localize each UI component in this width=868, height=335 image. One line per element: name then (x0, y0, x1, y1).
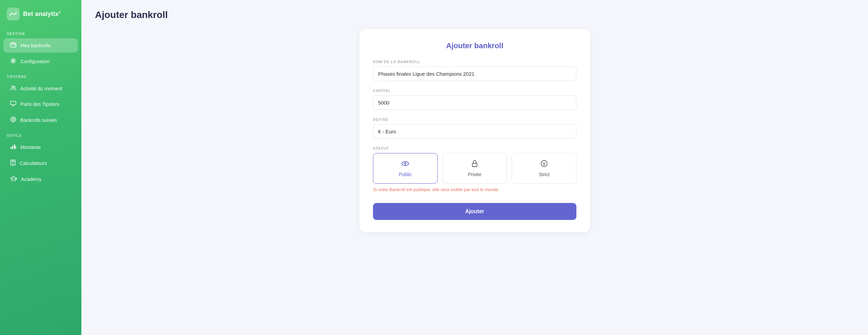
svg-point-4 (12, 86, 14, 88)
svg-point-18 (14, 163, 15, 164)
svg-point-23 (405, 163, 406, 165)
sidebar-item-label: Configuration (20, 59, 50, 64)
svg-point-20 (13, 164, 13, 165)
card-title: Ajouter bankroll (373, 41, 576, 50)
statut-privee-label: Privée (468, 172, 481, 177)
sidebar-item-label: Academy (21, 176, 41, 182)
sidebar-item-label: Bankrolls suivies (20, 117, 57, 123)
sidebar-item-academy[interactable]: Academy (3, 172, 78, 186)
bankroll-name-group: NOM DE LA BANKROLL (373, 60, 576, 81)
wallet-icon (10, 42, 16, 49)
svg-point-21 (14, 164, 15, 165)
sidebar-item-mes-bankrolls[interactable]: Mes bankrolls (3, 38, 78, 53)
statut-group: STATUT Public (373, 146, 576, 192)
statut-option-privee[interactable]: Privée (442, 153, 507, 184)
statut-public-label: Public (399, 172, 412, 177)
sidebar-item-label: Calculateurs (20, 161, 47, 166)
capital-label: CAPITAL (373, 89, 576, 93)
svg-rect-24 (472, 163, 477, 167)
settings-icon (10, 58, 16, 65)
statut-option-public[interactable]: Public (373, 153, 438, 184)
devise-select[interactable]: € - Euro $ - Dollar £ - Livre Sterling (373, 124, 576, 139)
users-icon (10, 85, 16, 92)
svg-rect-1 (14, 45, 15, 46)
lock-icon (471, 160, 479, 169)
main-content: Ajouter bankroll Ajouter bankroll NOM DE… (81, 0, 868, 335)
svg-point-17 (13, 163, 13, 164)
statut-label: STATUT (373, 146, 576, 150)
logo-text: Bet analytix® (23, 11, 61, 18)
capital-group: CAPITAL (373, 89, 576, 110)
sidebar-item-bankrolls-suivies[interactable]: Bankrolls suivies (3, 113, 78, 128)
target-icon (10, 116, 16, 124)
sidebar-item-label: Paris des Tipsters (20, 101, 59, 107)
svg-text:S: S (543, 162, 545, 166)
page-header: Ajouter bankroll (81, 0, 868, 26)
devise-label: DEVISE (373, 117, 576, 122)
page-title: Ajouter bankroll (95, 10, 854, 20)
section-outils: OUTILS (0, 128, 81, 139)
sidebar-item-label: Montante (20, 145, 41, 150)
svg-rect-12 (14, 144, 15, 149)
svg-rect-10 (11, 147, 12, 149)
svg-rect-0 (11, 43, 16, 47)
s-circle-icon: S (540, 160, 548, 169)
svg-point-9 (13, 119, 14, 120)
sidebar: Bet analytix® GESTION Mes bankrolls Conf… (0, 0, 81, 335)
sidebar-item-label: Mes bankrolls (20, 43, 51, 48)
svg-rect-6 (11, 101, 16, 105)
svg-rect-11 (12, 146, 13, 149)
sidebar-item-montante[interactable]: Montante (3, 140, 78, 154)
svg-rect-13 (15, 146, 16, 149)
statut-strict-label: Strict (539, 172, 550, 177)
svg-point-16 (12, 163, 12, 164)
statut-option-strict[interactable]: S Strict (512, 153, 576, 184)
section-tipsters: TIPSTERS (0, 70, 81, 81)
sidebar-item-configuration[interactable]: Configuration (3, 54, 78, 69)
screen-icon (10, 101, 16, 108)
sidebar-item-activite-du-moment[interactable]: Activité du moment (3, 81, 78, 96)
submit-button[interactable]: Ajouter (373, 203, 576, 220)
content-area: Ajouter bankroll NOM DE LA BANKROLL CAPI… (81, 26, 868, 246)
sidebar-item-calculateurs[interactable]: Calculateurs (3, 156, 78, 171)
bankroll-name-input[interactable] (373, 67, 576, 81)
bar-chart-icon (10, 144, 16, 151)
statut-note: Si votre Bankroll est publique, elle ser… (373, 187, 576, 192)
svg-point-22 (402, 162, 409, 166)
statut-options: Public Privée (373, 153, 576, 184)
devise-group: DEVISE € - Euro $ - Dollar £ - Livre Ste… (373, 117, 576, 139)
graduation-icon (10, 176, 17, 183)
logo-icon (7, 7, 20, 20)
svg-point-5 (14, 86, 15, 88)
eye-icon (401, 160, 409, 169)
capital-input[interactable] (373, 95, 576, 110)
svg-point-19 (12, 164, 12, 165)
svg-rect-15 (12, 161, 15, 162)
sidebar-item-paris-des-tipsters[interactable]: Paris des Tipsters (3, 97, 78, 111)
svg-point-2 (13, 60, 14, 62)
logo: Bet analytix® (0, 0, 81, 26)
section-gestion: GESTION (0, 26, 81, 38)
bankroll-name-label: NOM DE LA BANKROLL (373, 60, 576, 64)
calculator-icon (10, 160, 16, 167)
sidebar-item-label: Activité du moment (20, 86, 62, 91)
form-card: Ajouter bankroll NOM DE LA BANKROLL CAPI… (359, 29, 590, 232)
